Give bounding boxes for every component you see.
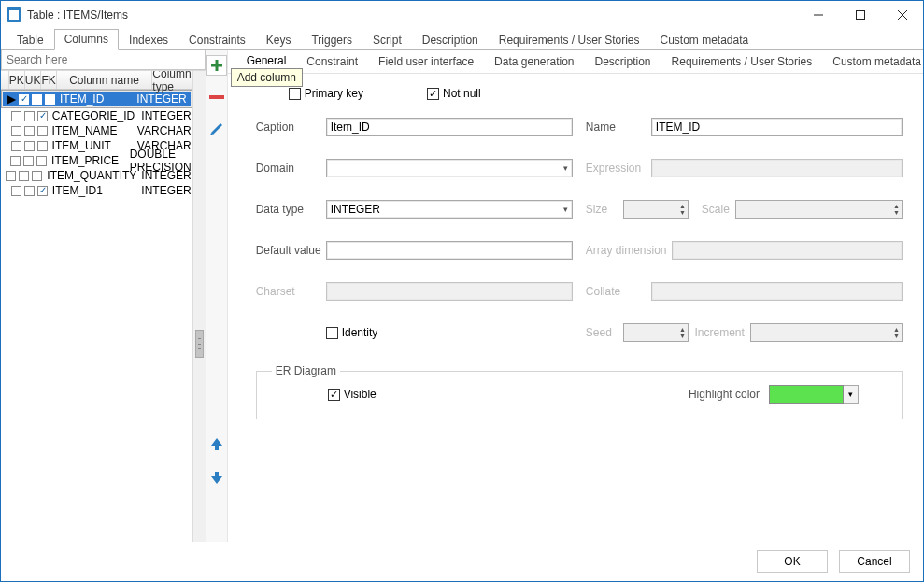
header-pk[interactable]: PK: [9, 71, 25, 89]
detail-tab-constraint[interactable]: Constraint: [305, 51, 360, 72]
header-name[interactable]: Column name: [57, 71, 153, 89]
scroll-thumb[interactable]: [195, 330, 204, 358]
tab-keys[interactable]: Keys: [256, 30, 302, 50]
edit-column-button[interactable]: [208, 119, 225, 135]
move-down-button[interactable]: [208, 469, 225, 486]
columns-grid: PK UK FK Column name Column type ▶ITEM_I…: [1, 70, 206, 542]
primary-key-checkbox[interactable]: Primary key: [289, 87, 363, 100]
detail-tab-custom-metadata[interactable]: Custom metadata: [831, 51, 923, 72]
table-row[interactable]: ITEM_ID1INTEGER: [1, 183, 192, 198]
charset-field: [326, 282, 573, 301]
expression-field: [651, 159, 903, 177]
add-column-button[interactable]: [206, 55, 227, 76]
default-label: Default value: [256, 244, 326, 257]
visible-label: Visible: [344, 388, 377, 401]
caption-field[interactable]: [326, 118, 573, 136]
datatype-label: Data type: [256, 203, 326, 216]
caption-label: Caption: [256, 121, 326, 134]
svg-rect-6: [209, 95, 224, 99]
table-row[interactable]: ITEM_QUANTITYINTEGER: [1, 168, 192, 183]
main-tabs: TableColumnsIndexesConstraintsKeysTrigge…: [1, 29, 923, 50]
size-spinner[interactable]: ▲▼: [623, 200, 689, 219]
tab-constraints[interactable]: Constraints: [178, 30, 256, 50]
table-row[interactable]: ▶ITEM_IDINTEGER: [1, 90, 192, 108]
grid-header: PK UK FK Column name Column type: [1, 71, 192, 90]
highlight-label: Highlight color: [689, 388, 760, 401]
tab-description[interactable]: Description: [412, 30, 489, 50]
er-legend: ER Diagram: [272, 364, 340, 377]
tab-indexes[interactable]: Indexes: [119, 30, 178, 50]
domain-label: Domain: [256, 162, 326, 175]
domain-select[interactable]: ▾: [326, 159, 573, 177]
svg-rect-1: [856, 11, 864, 20]
collate-label: Collate: [586, 285, 651, 298]
scale-label: Scale: [689, 203, 735, 216]
not-null-label: Not null: [443, 87, 481, 100]
detail-tab-data-generation[interactable]: Data generation: [492, 51, 576, 72]
app-icon: [7, 7, 21, 22]
charset-label: Charset: [256, 285, 326, 298]
name-label: Name: [586, 121, 651, 134]
not-null-checkbox[interactable]: ✓ Not null: [427, 87, 481, 100]
size-label: Size: [586, 203, 623, 216]
name-field[interactable]: [651, 118, 903, 136]
table-row[interactable]: ITEM_NAMEVARCHAR: [1, 123, 192, 138]
array-field: [672, 241, 903, 260]
header-fk[interactable]: FK: [41, 71, 56, 89]
increment-spinner[interactable]: ▲▼: [750, 323, 903, 342]
detail-tab-field-user-interface[interactable]: Field user interface: [377, 51, 476, 72]
detail-tabs: GeneralConstraintField user interfaceDat…: [228, 50, 923, 74]
increment-label: Increment: [689, 326, 750, 339]
tab-triggers[interactable]: Triggers: [301, 30, 362, 50]
add-column-tooltip: Add column: [231, 68, 303, 87]
highlight-color-swatch[interactable]: [769, 385, 844, 404]
collate-field: [651, 282, 903, 301]
maximize-button[interactable]: [839, 1, 881, 29]
left-panel: PK UK FK Column name Column type ▶ITEM_I…: [1, 50, 206, 542]
move-up-button[interactable]: [208, 435, 225, 452]
tab-custom-metadata[interactable]: Custom metadata: [650, 30, 760, 50]
table-row[interactable]: CATEGORIE_IDINTEGER: [1, 108, 192, 123]
detail-tab-requirements-user-stories[interactable]: Requirements / User Stories: [670, 51, 815, 72]
identity-checkbox[interactable]: Identity: [326, 326, 378, 339]
highlight-color-dropdown[interactable]: ▾: [844, 385, 859, 404]
column-toolbar: Add column: [206, 50, 228, 542]
close-button[interactable]: [881, 1, 923, 29]
visible-checkbox[interactable]: ✓ Visible: [328, 388, 377, 401]
scale-spinner[interactable]: ▲▼: [735, 200, 903, 219]
header-uk[interactable]: UK: [25, 71, 42, 89]
search-input[interactable]: [1, 50, 206, 70]
expression-label: Expression: [586, 162, 651, 175]
primary-key-label: Primary key: [305, 87, 363, 100]
seed-spinner[interactable]: ▲▼: [623, 323, 689, 342]
array-label: Array dimension: [586, 244, 672, 257]
minimize-button[interactable]: [797, 1, 839, 29]
identity-label: Identity: [342, 326, 378, 339]
default-field[interactable]: [326, 241, 573, 260]
remove-column-button[interactable]: [208, 94, 225, 100]
tab-requirements-user-stories[interactable]: Requirements / User Stories: [489, 30, 650, 50]
er-diagram-fieldset: ER Diagram ✓ Visible Highlight color ▾: [256, 371, 903, 419]
tab-script[interactable]: Script: [362, 30, 412, 50]
seed-label: Seed: [586, 326, 623, 339]
titlebar: Table : ITEMS/Items: [1, 1, 923, 29]
general-form: Primary key ✓ Not null Caption Name: [228, 74, 923, 536]
datatype-select[interactable]: INTEGER▾: [326, 200, 573, 219]
window-title: Table : ITEMS/Items: [27, 8, 128, 21]
ok-button[interactable]: OK: [757, 550, 828, 573]
tab-table[interactable]: Table: [7, 30, 54, 50]
header-type[interactable]: Column type: [152, 71, 192, 89]
tab-columns[interactable]: Columns: [54, 29, 119, 50]
cancel-button[interactable]: Cancel: [839, 550, 910, 573]
right-panel: GeneralConstraintField user interfaceDat…: [228, 50, 923, 542]
table-row[interactable]: ITEM_PRICEDOUBLE PRECISION: [1, 153, 192, 168]
detail-tab-description[interactable]: Description: [593, 51, 653, 72]
grid-scrollbar[interactable]: [192, 71, 206, 542]
dialog-footer: OK Cancel: [1, 542, 923, 581]
